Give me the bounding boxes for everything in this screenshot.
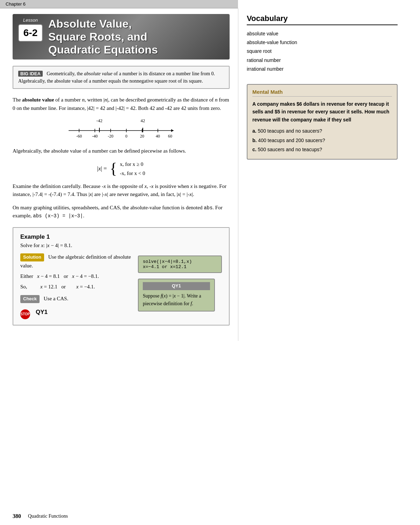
lesson-label-box: Lesson 6-2	[18, 18, 43, 42]
vocab-item-4: rational number	[247, 56, 398, 65]
mental-math-title: Mental Math	[252, 89, 392, 97]
right-column: Vocabulary absolute value absolute-value…	[238, 8, 406, 341]
qy1-box-text: Suppose f(x) = |x − 1|. Write a piecewis…	[143, 292, 210, 308]
lesson-word: Lesson	[23, 18, 38, 23]
number-line-svg: -42 42 -60 -40 -20 0	[62, 117, 181, 140]
part-c-text: 500 saucers and no teacups?	[258, 147, 322, 152]
section-label: Quadratic Functions	[28, 513, 68, 519]
number-line-container: -42 42 -60 -40 -20 0	[13, 117, 230, 141]
page-number: 380	[13, 513, 21, 519]
mental-math-part-c: c. 500 saucers and no teacups?	[252, 146, 392, 153]
svg-text:0: 0	[125, 134, 127, 139]
solution-label: Solution	[20, 253, 44, 261]
example-1-layout: Solution Use the algebraic definition of…	[20, 253, 222, 319]
lesson-number: 6-2	[18, 24, 43, 42]
part-c-label: c.	[252, 147, 257, 152]
vocabulary-section: Vocabulary absolute value absolute-value…	[247, 14, 398, 74]
example-1-left: Solution Use the algebraic definition of…	[20, 253, 131, 319]
part-a-label: a.	[252, 128, 257, 134]
big-idea-box: BIG IDEA Geometrically, the absolute val…	[13, 66, 230, 89]
cas-screen: solve(|x−4|=8.1,x) x=−4.1 or x=12.1	[138, 255, 222, 273]
qy1-label: QY1	[36, 309, 48, 316]
qy1-box: QY1 Suppose f(x) = |x − 1|. Write a piec…	[138, 279, 215, 312]
body-paragraph-4: On many graphing utilities, spreadsheets…	[13, 204, 230, 220]
stop-button: STOP	[20, 309, 30, 319]
so-line: So, x = 12.1 or x = −4.1.	[20, 282, 131, 291]
either-line: Either x − 4 = 8.1 Either x − 4 = 8.1 or…	[20, 272, 131, 280]
piecewise-definition: |x| = { x, for x ≥ 0 -x, for x < 0	[13, 160, 230, 177]
vocabulary-title: Vocabulary	[247, 14, 398, 25]
mental-math-box: Mental Math A company makes $6 dollars i…	[247, 84, 398, 160]
svg-text:60: 60	[168, 134, 172, 139]
check-line: Check Use a CAS.	[20, 294, 131, 303]
svg-text:-60: -60	[76, 134, 82, 139]
check-label: Check	[20, 295, 40, 303]
body-paragraph-1: The absolute value of a number n, writte…	[13, 96, 230, 112]
main-column: Lesson 6-2 Absolute Value, Square Roots,…	[0, 8, 238, 341]
vocab-item-3: square root	[247, 47, 398, 56]
lesson-header: Lesson 6-2 Absolute Value, Square Roots,…	[13, 14, 230, 59]
case-row-1: x, for x ≥ 0	[120, 160, 145, 168]
example-1-title: Example 1	[20, 233, 222, 240]
vocab-item-2: absolute-value function	[247, 38, 398, 47]
example-1-problem: Solve for x: |x − 4| = 8.1.	[20, 243, 222, 248]
example-1-right: solve(|x−4|=8.1,x) x=−4.1 or x=12.1 QY1 …	[138, 253, 222, 312]
mental-math-part-a: a. 500 teacups and no saucers?	[252, 127, 392, 135]
svg-text:-40: -40	[92, 134, 98, 139]
svg-text:42: 42	[141, 118, 145, 123]
chapter-label: Chapter 6	[6, 1, 26, 7]
svg-marker-3	[171, 129, 174, 132]
lesson-title: Absolute Value, Square Roots, and Quadra…	[48, 18, 158, 56]
part-b-label: b.	[252, 138, 257, 143]
svg-text:-20: -20	[108, 134, 113, 139]
case-row-2: -x, for x < 0	[120, 169, 145, 177]
part-a-text: 500 teacups and no saucers?	[258, 128, 322, 134]
example-1-box: Example 1 Solve for x: |x − 4| = 8.1. So…	[13, 227, 230, 326]
svg-text:40: 40	[156, 134, 160, 139]
page-footer: 380 Quadratic Functions	[13, 513, 68, 519]
big-idea-label: BIG IDEA	[18, 71, 43, 77]
vocab-item-5: irrational number	[247, 65, 398, 74]
body-paragraph-2: Algebraically, the absolute value of a n…	[13, 147, 230, 155]
check-text: Use a CAS.	[44, 296, 68, 301]
big-idea-text: BIG IDEA Geometrically, the absolute val…	[18, 70, 224, 85]
svg-text:-42: -42	[96, 118, 102, 123]
cas-text: solve(|x−4|=8.1,x) x=−4.1 or x=12.1	[143, 259, 203, 270]
mental-math-part-b: b. 400 teacups and 200 saucers?	[252, 136, 392, 144]
vocab-item-1: absolute value	[247, 29, 398, 38]
part-b-text: 400 teacups and 200 saucers?	[258, 138, 325, 143]
mental-math-question: A company makes $6 dollars in revenue fo…	[252, 100, 392, 124]
chapter-bar: Chapter 6	[0, 0, 238, 8]
body-paragraph-3: Examine the definition carefully. Becaus…	[13, 182, 230, 199]
qy1-box-title: QY1	[143, 282, 210, 290]
solution-line: Solution Use the algebraic definition of…	[20, 253, 131, 270]
svg-text:20: 20	[140, 134, 144, 139]
qy1-section: STOP QY1	[20, 309, 131, 319]
